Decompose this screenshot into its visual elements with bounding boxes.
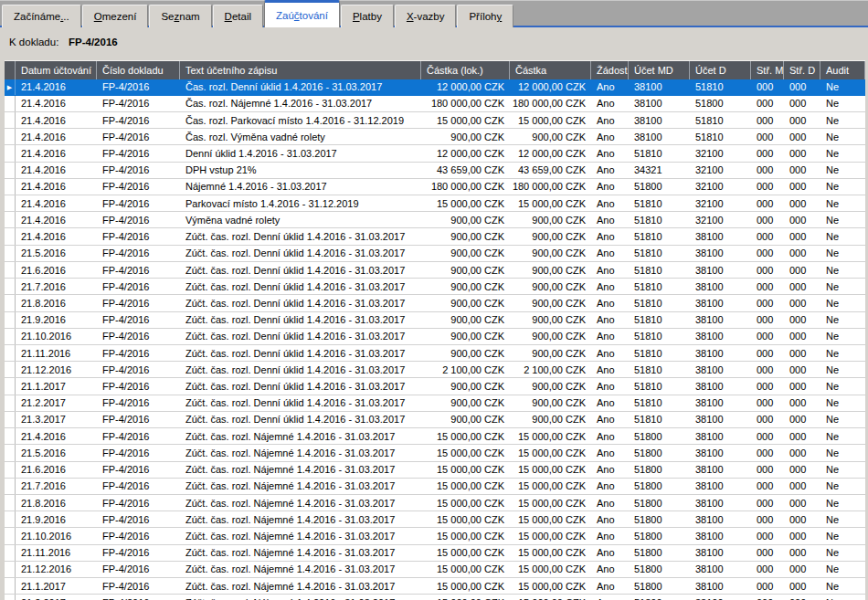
column-header-audit[interactable]: Audit — [820, 61, 865, 79]
cell-castka-lok: 15 000,00 CZK — [421, 528, 510, 543]
column-header-str-d[interactable]: Stř. D — [784, 61, 820, 79]
table-row[interactable]: 21.10.2016FP-4/2016Zúčt. čas. rozl. Náje… — [5, 528, 865, 544]
table-row[interactable]: 21.9.2016FP-4/2016Zúčt. čas. rozl. Denní… — [5, 312, 865, 329]
cell-cislo-dokladu: FP-4/2016 — [97, 412, 180, 427]
cell-castka-lok: 15 000,00 CZK — [421, 562, 510, 577]
cell-cislo-dokladu: FP-4/2016 — [97, 378, 180, 394]
column-header-cislo-dokladu[interactable]: Číslo dokladu — [97, 61, 180, 79]
cell-str-md: 000 — [751, 378, 784, 394]
cell-text-zapisu: Zúčt. čas. rozl. Denní úklid 1.4.2016 - … — [180, 228, 421, 244]
table-row[interactable]: 21.6.2016FP-4/2016Zúčt. čas. rozl. Nájem… — [5, 462, 865, 479]
tab-label: X-vazby — [407, 11, 445, 22]
cell-datum-uctovani: 21.11.2016 — [16, 345, 97, 361]
row-gutter — [5, 179, 16, 195]
cell-text-zapisu: Výměna vadné rolety — [180, 212, 421, 227]
cell-zadost: Ano — [591, 378, 629, 394]
cell-audit: Ne — [820, 528, 865, 543]
table-row[interactable]: 21.9.2016FP-4/2016Zúčt. čas. rozl. Nájem… — [5, 511, 865, 528]
tab-zaciname[interactable]: Začínáme... — [2, 5, 81, 27]
cell-text-zapisu: Zúčt. čas. rozl. Denní úklid 1.4.2016 - … — [180, 246, 421, 261]
table-row[interactable]: 21.8.2016FP-4/2016Zúčt. čas. rozl. Nájem… — [5, 495, 865, 511]
cell-text-zapisu: Zúčt. čas. rozl. Nájemné 1.4.2016 - 31.0… — [180, 528, 421, 543]
table-row[interactable]: 21.6.2016FP-4/2016Zúčt. čas. rozl. Denní… — [5, 262, 865, 279]
row-gutter — [5, 412, 16, 427]
table-row[interactable]: 21.4.2016FP-4/2016Zúčt. čas. rozl. Nájem… — [5, 428, 865, 445]
row-gutter — [5, 362, 16, 377]
cell-cislo-dokladu: FP-4/2016 — [97, 445, 180, 460]
table-row[interactable]: 21.11.2016FP-4/2016Zúčt. čas. rozl. Náje… — [5, 545, 865, 562]
cell-str-md: 000 — [751, 112, 784, 128]
cell-datum-uctovani: 21.7.2016 — [16, 279, 97, 294]
cell-castka-lok: 900,00 CZK — [421, 262, 510, 278]
column-header-text-zapisu[interactable]: Text účetního zápisu — [180, 61, 421, 79]
table-row[interactable]: 21.4.2016FP-4/2016Parkovací místo 1.4.20… — [5, 195, 865, 212]
table-row[interactable]: 21.12.2016FP-4/2016Zúčt. čas. rozl. Náje… — [5, 562, 865, 578]
column-header-castka-lok[interactable]: Částka (lok.) — [421, 61, 510, 79]
cell-text-zapisu: Zúčt. čas. rozl. Nájemné 1.4.2016 - 31.0… — [180, 428, 421, 444]
cell-str-md: 000 — [751, 163, 784, 178]
cell-str-d: 000 — [784, 545, 820, 561]
cell-cislo-dokladu: FP-4/2016 — [97, 262, 180, 278]
table-row[interactable]: 21.8.2016FP-4/2016Zúčt. čas. rozl. Denní… — [5, 295, 865, 311]
table-row[interactable]: 21.2.2017FP-4/2016Zúčt. čas. rozl. Denní… — [5, 395, 865, 412]
table-row[interactable]: 21.4.2016FP-4/2016Čas. rozl. Nájemné 1.4… — [5, 96, 865, 112]
tab-detail[interactable]: Detail — [213, 5, 263, 27]
row-gutter — [5, 295, 16, 311]
cell-cislo-dokladu: FP-4/2016 — [97, 212, 180, 227]
table-row[interactable]: 21.4.2016FP-4/2016DPH vstup 21%43 659,00… — [5, 163, 865, 179]
tab-seznam[interactable]: Seznam — [149, 5, 211, 27]
row-gutter — [5, 262, 16, 278]
cell-str-d: 000 — [784, 312, 820, 328]
table-row[interactable]: 21.5.2016FP-4/2016Zúčt. čas. rozl. Nájem… — [5, 445, 865, 461]
row-gutter — [5, 528, 16, 543]
tab-x-vazby[interactable]: X-vazby — [395, 5, 457, 27]
table-row[interactable]: 21.4.2016FP-4/2016Nájemné 1.4.2016 - 31.… — [5, 179, 865, 195]
table-row[interactable]: 21.7.2016FP-4/2016Zúčt. čas. rozl. Denní… — [5, 279, 865, 295]
column-header-str-md[interactable]: Stř. MD — [751, 61, 784, 79]
table-row[interactable]: 21.1.2017FP-4/2016Zúčt. čas. rozl. Denní… — [5, 378, 865, 395]
cell-castka-lok: 15 000,00 CZK — [421, 195, 510, 211]
cell-audit: Ne — [820, 96, 865, 111]
table-row[interactable]: 21.1.2017FP-4/2016Zúčt. čas. rozl. Nájem… — [5, 578, 865, 595]
cell-str-d: 000 — [784, 345, 820, 361]
row-gutter — [5, 228, 16, 244]
column-header-datum-uctovani[interactable]: Datum účtování — [16, 61, 97, 79]
cell-str-d: 000 — [784, 412, 820, 427]
cell-castka: 12 000,00 CZK — [510, 79, 591, 95]
cell-ucet-md: 51800 — [629, 528, 690, 543]
table-row[interactable]: 21.4.2016FP-4/2016Čas. rozl. Parkovací m… — [5, 112, 865, 129]
table-row[interactable]: 21.3.2017FP-4/2016Zúčt. čas. rozl. Denní… — [5, 412, 865, 428]
cell-castka-lok: 900,00 CZK — [421, 228, 510, 244]
table-row[interactable]: 21.7.2016FP-4/2016Zúčt. čas. rozl. Nájem… — [5, 479, 865, 495]
cell-castka-lok: 900,00 CZK — [421, 329, 510, 344]
column-header-castka[interactable]: Částka — [510, 61, 591, 79]
table-row[interactable]: 21.4.2016FP-4/2016Čas. rozl. Výměna vadn… — [5, 129, 865, 145]
cell-castka: 900,00 CZK — [510, 228, 591, 244]
tab-zauctovani[interactable]: Zaúčtování — [264, 0, 340, 27]
column-header-ucet-d[interactable]: Účet D — [690, 61, 751, 79]
cell-ucet-d: 32100 — [690, 195, 751, 211]
table-row[interactable]: 21.12.2016FP-4/2016Zúčt. čas. rozl. Denn… — [5, 362, 865, 378]
table-row[interactable]: 21.5.2016FP-4/2016Zúčt. čas. rozl. Denní… — [5, 246, 865, 262]
cell-text-zapisu: Zúčt. čas. rozl. Denní úklid 1.4.2016 - … — [180, 378, 421, 394]
tab-omezeni[interactable]: Omezení — [82, 5, 149, 27]
tab-prilohy[interactable]: Přílohy — [457, 5, 513, 27]
table-row[interactable]: 21.4.2016FP-4/2016Denní úklid 1.4.2016 -… — [5, 145, 865, 162]
tab-platby[interactable]: Platby — [341, 5, 394, 27]
column-header-ucet-md[interactable]: Účet MD — [629, 61, 690, 79]
table-row[interactable]: 21.4.2016FP-4/2016Zúčt. čas. rozl. Denní… — [5, 228, 865, 245]
cell-ucet-d: 38100 — [690, 345, 751, 361]
table-row[interactable]: 21.11.2016FP-4/2016Zúčt. čas. rozl. Denn… — [5, 345, 865, 362]
row-gutter — [5, 345, 16, 361]
table-row[interactable]: 21.10.2016FP-4/2016Zúčt. čas. rozl. Denn… — [5, 329, 865, 345]
column-header-zadost[interactable]: Žádost — [591, 61, 629, 79]
table-row[interactable]: 21.2.2017FP-4/2016Zúčt. čas. rozl. Nájem… — [5, 595, 865, 600]
cell-audit: Ne — [820, 295, 865, 311]
table-row[interactable]: ▶21.4.2016FP-4/2016Čas. rozl. Denní úkli… — [5, 79, 865, 96]
cell-cislo-dokladu: FP-4/2016 — [97, 112, 180, 128]
row-gutter — [5, 462, 16, 478]
table-row[interactable]: 21.4.2016FP-4/2016Výměna vadné rolety900… — [5, 212, 865, 228]
cell-str-d: 000 — [784, 212, 820, 227]
cell-cislo-dokladu: FP-4/2016 — [97, 312, 180, 328]
cell-ucet-d: 38100 — [690, 312, 751, 328]
